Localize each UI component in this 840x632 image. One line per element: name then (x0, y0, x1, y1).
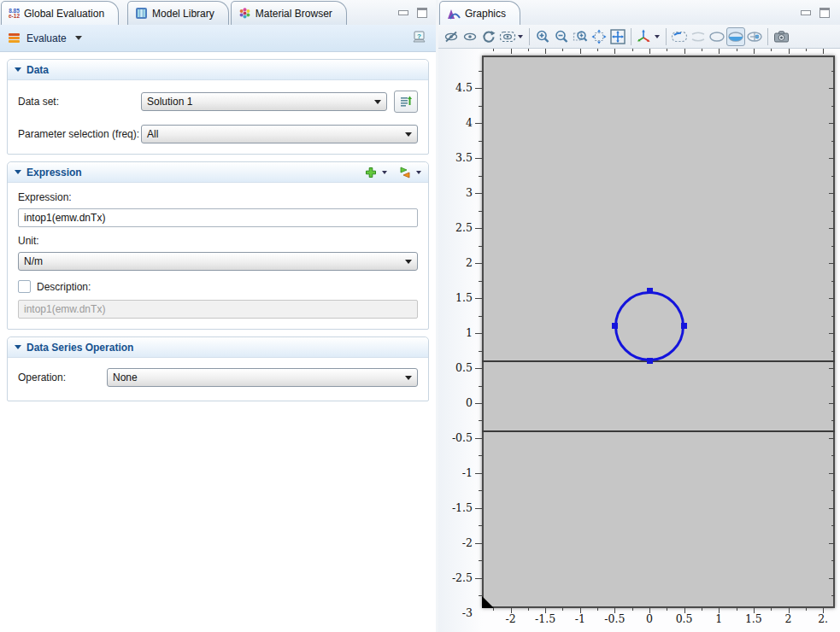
expression-input[interactable]: intop1(emw.dnTx) (18, 208, 418, 227)
tab-material-browser[interactable]: Material Browser (231, 1, 347, 25)
y-axis-label: -3 (438, 606, 473, 619)
tab-model-library[interactable]: Model Library (127, 1, 229, 25)
x-axis-tick (771, 608, 772, 611)
dropdown-caret[interactable] (655, 35, 660, 38)
chevron-down-icon (405, 132, 412, 137)
center-view-icon[interactable] (745, 27, 764, 46)
tab-global-evaluation[interactable]: 8.85 e-12 Global Evaluation (1, 1, 119, 26)
x-axis-tick-top (511, 49, 512, 54)
snapshot-camera-icon[interactable] (772, 27, 790, 46)
dataset-combo[interactable]: Solution 1 (141, 92, 387, 111)
collapse-icon (15, 170, 21, 174)
evaluate-dropdown-caret[interactable] (75, 36, 82, 40)
y-axis-tick-right (831, 351, 835, 352)
replace-expression-icon[interactable] (399, 167, 411, 178)
y-axis-label: 3 (438, 186, 473, 199)
select-box-icon[interactable] (670, 27, 689, 46)
y-axis-tick-right (829, 228, 835, 229)
x-axis-label: -2 (492, 612, 530, 625)
zoom-fit-icon[interactable] (608, 27, 627, 46)
x-axis-tick (667, 608, 667, 611)
param-selection-value: All (147, 128, 405, 140)
zoom-in-icon[interactable] (533, 27, 552, 46)
x-axis-tick-top (667, 49, 667, 51)
y-axis-tick-right (831, 246, 835, 247)
model-library-icon (135, 7, 148, 20)
y-axis-label: 2.5 (438, 221, 473, 234)
boundary-line[interactable] (482, 360, 835, 362)
section-data-header[interactable]: Data (8, 60, 428, 80)
x-axis-tick-top (823, 49, 824, 54)
y-axis-label: 0.5 (438, 361, 473, 374)
section-expression-header[interactable]: Expression (8, 162, 428, 183)
graphics-toolbar (438, 25, 840, 49)
dropdown-caret[interactable] (416, 171, 421, 174)
boundary-line[interactable] (482, 430, 835, 432)
y-axis-label: -2.5 (438, 571, 473, 584)
description-value: intop1(emw.dnTx) (24, 303, 105, 315)
x-axis-tick-top (737, 49, 737, 51)
section-expression: Expression (7, 161, 429, 330)
tab-graphics[interactable]: Graphics (439, 1, 520, 26)
plane-view-icon[interactable] (726, 27, 745, 46)
x-axis-tick-top (562, 49, 563, 51)
minimize-button[interactable] (397, 8, 408, 17)
vertex-marker[interactable] (647, 358, 653, 364)
orbit-ellipse-icon[interactable] (708, 27, 726, 46)
y-axis-tick (475, 193, 482, 194)
y-axis-tick (479, 420, 482, 421)
zoom-out-icon[interactable] (552, 27, 571, 46)
section-data-series-operation: Data Series Operation Operation: None (7, 336, 429, 401)
param-selection-label: Parameter selection (freq): (18, 128, 141, 140)
vertex-marker[interactable] (647, 288, 653, 294)
x-axis-tick (632, 608, 633, 611)
unit-combo[interactable]: N/m (18, 252, 418, 271)
y-axis-tick-right (829, 333, 835, 334)
unit-value: N/m (24, 255, 405, 267)
x-axis-tick-top (545, 49, 546, 54)
y-axis-tick (475, 543, 482, 544)
y-axis-tick (475, 88, 482, 89)
vertex-marker[interactable] (612, 323, 618, 329)
refresh-view-icon[interactable] (479, 27, 498, 46)
dropdown-caret[interactable] (382, 171, 387, 174)
y-axis-tick-right (831, 560, 835, 561)
deselect-box-icon[interactable] (689, 27, 708, 46)
view-hiding-icon[interactable] (498, 27, 517, 46)
maximize-button[interactable] (416, 8, 427, 17)
eye-off-icon[interactable] (442, 27, 461, 46)
go-to-view-axes-icon[interactable] (635, 27, 654, 46)
add-expression-icon[interactable] (365, 167, 377, 178)
tab-label: Graphics (465, 8, 506, 20)
y-axis-tick-right (829, 578, 835, 579)
operation-combo[interactable]: None (107, 368, 418, 387)
refresh-dataset-button[interactable] (394, 91, 418, 113)
param-selection-combo[interactable]: All (141, 125, 418, 143)
collapse-icon (15, 345, 21, 349)
evaluate-toolbar: Evaluate ? (0, 25, 436, 52)
description-checkbox[interactable] (18, 280, 31, 293)
zoom-box-icon[interactable] (571, 27, 590, 46)
x-axis-tick-top (649, 49, 650, 54)
maximize-button[interactable] (819, 8, 830, 17)
y-axis-label: 1 (438, 326, 473, 339)
panel-window-buttons (397, 8, 427, 17)
help-icon[interactable]: ? (411, 31, 427, 45)
y-axis-tick-right (829, 298, 835, 299)
geometry-circle[interactable] (614, 291, 684, 361)
plot-area[interactable]: 4.543.532.521.510.50-0.5-1-1.5-2-2.5-3-2… (438, 49, 840, 632)
evaluate-button[interactable]: Evaluate (26, 32, 67, 44)
x-axis-tick-top (684, 49, 685, 54)
y-axis-tick-right (831, 595, 835, 596)
chevron-down-icon (374, 100, 381, 104)
zoom-extents-icon[interactable] (590, 27, 608, 46)
x-axis-tick (597, 608, 598, 611)
vertex-marker[interactable] (681, 323, 687, 329)
eye-icon[interactable] (461, 27, 479, 46)
minimize-button[interactable] (800, 8, 811, 17)
y-axis-tick (479, 386, 482, 387)
section-operation-header[interactable]: Data Series Operation (8, 337, 428, 358)
section-title: Data (26, 64, 49, 76)
operation-label: Operation: (18, 372, 107, 383)
dropdown-caret[interactable] (518, 35, 523, 38)
